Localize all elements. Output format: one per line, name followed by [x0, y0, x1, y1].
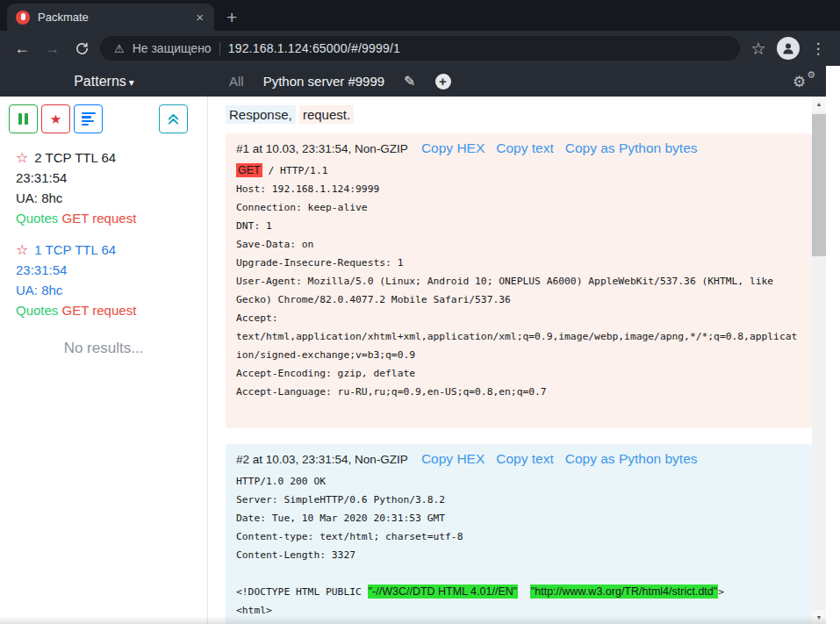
pause-capture-button[interactable]: [9, 104, 38, 133]
copy-python-bytes-link[interactable]: Copy as Python bytes: [565, 451, 698, 467]
pattern-tag-quotes: Quotes: [16, 211, 58, 226]
security-status-label: Не защищено: [133, 41, 212, 55]
packet-list: ☆2 TCP TTL 6423:31:54UA: 8hcQuotes GET r…: [0, 133, 207, 320]
payload-line: Upgrade-Insecure-Requests: 1: [236, 254, 801, 272]
payload-line: Server: SimpleHTTP/0.6 Python/3.8.2: [236, 491, 801, 509]
tab-all[interactable]: All: [229, 74, 244, 89]
scrollbar-down-arrow[interactable]: ▼: [812, 610, 826, 624]
red-highlight: GET: [236, 163, 262, 177]
pattern-tag-quotes: Quotes: [16, 303, 58, 318]
scrollbar-thumb[interactable]: [812, 114, 826, 256]
star-icon: ★: [50, 111, 61, 127]
packet-list-item[interactable]: ☆1 TCP TTL 6423:31:54UA: 8hcQuotes GET r…: [16, 240, 202, 320]
url-text[interactable]: 192.168.1.124:65000/#/9999/1: [228, 41, 400, 55]
patterns-dropdown[interactable]: Patterns▾: [0, 74, 208, 90]
bookmark-star-icon[interactable]: ☆: [747, 37, 770, 60]
reload-icon: [75, 41, 90, 56]
browser-tab-bar: Packmate × +: [0, 0, 840, 31]
payload-line: <!DOCTYPE HTML PUBLIC "-//W3C//DTD HTML …: [236, 583, 801, 601]
browser-toolbar: ← → ⚠ Не защищено 192.168.1.124:65000/#/…: [0, 31, 840, 66]
favorites-filter-button[interactable]: ★: [41, 104, 70, 133]
profile-avatar[interactable]: [777, 37, 800, 60]
packet-legend: Response, request.: [226, 107, 798, 122]
favorite-star-icon[interactable]: ☆: [16, 242, 28, 257]
copy-hex-link[interactable]: Copy HEX: [421, 451, 485, 467]
browser-menu-icon[interactable]: ⋮: [807, 37, 829, 60]
green-highlight: "-//W3C//DTD HTML 4.01//EN": [368, 585, 519, 599]
address-divider: [219, 42, 220, 55]
legend-request-label: request.: [299, 105, 354, 124]
pattern-tag-get-request: GET request: [62, 211, 137, 226]
person-icon: [780, 40, 796, 56]
scrollbar-up-arrow[interactable]: ▲: [812, 97, 826, 111]
packet-item-ua: UA: 8hc: [16, 188, 202, 208]
payload-line: Gecko) Chrome/82.0.4077.2 Mobile Safari/…: [236, 290, 801, 309]
back-button[interactable]: ←: [11, 37, 33, 60]
payload-line: User-Agent: Mozilla/5.0 (Linux; Android …: [236, 272, 801, 290]
forward-button[interactable]: →: [40, 37, 63, 60]
packet-payload: GET / HTTP/1.1Host: 192.168.1.124:9999Co…: [236, 161, 801, 420]
no-results-label: No results...: [0, 340, 207, 357]
packet-sidebar: ★ ☆2 TCP TTL 6423:31:54UA: 8hcQuotes GET…: [0, 97, 208, 624]
caret-down-icon: ▾: [129, 76, 134, 89]
scrollbar-track[interactable]: [812, 111, 826, 610]
payload-line: HTTP/1.0 200 OK: [236, 472, 801, 491]
pattern-tabs: All Python server #9999 ✎ +: [229, 73, 451, 90]
payload-line: Accept-Encoding: gzip, deflate: [236, 364, 801, 383]
payload-line: [236, 401, 801, 420]
packet-card-request: #1 at 10.03, 23:31:54, Non-GZIPCopy HEXC…: [226, 133, 812, 428]
copy-text-link[interactable]: Copy text: [496, 140, 553, 156]
filter-lines-button[interactable]: [74, 104, 103, 133]
copy-hex-link[interactable]: Copy HEX: [421, 140, 485, 156]
packet-id: #2 at 10.03, 23:31:54, Non-GZIP: [236, 453, 408, 466]
packet-item-title: 2 TCP TTL 64: [34, 150, 116, 165]
payload-line: <html>: [236, 601, 801, 620]
payload-line: DNT: 1: [236, 217, 801, 235]
payload-line: text/html,application/xhtml+xml,applicat…: [236, 327, 801, 346]
payload-line: Host: 192.168.1.124:9999: [236, 180, 801, 198]
not-secure-warning-icon[interactable]: ⚠: [114, 42, 125, 55]
legend-response-label: Response,: [226, 105, 296, 124]
payload-line: [236, 564, 801, 583]
reload-button[interactable]: [70, 37, 93, 60]
payload-line: Date: Tue, 10 Mar 2020 20:31:53 GMT: [236, 509, 801, 527]
tab-title: Packmate: [38, 11, 194, 24]
packmate-favicon-icon: [16, 11, 30, 25]
payload-line: Connection: keep-alive: [236, 198, 801, 217]
payload-line: Content-type: text/html; charset=utf-8: [236, 527, 801, 546]
packet-item-time: 23:31:54: [16, 168, 202, 188]
browser-tab[interactable]: Packmate ×: [7, 4, 214, 31]
packet-payload: HTTP/1.0 200 OKServer: SimpleHTTP/0.6 Py…: [236, 472, 801, 620]
tab-python-server[interactable]: Python server #9999: [263, 74, 384, 89]
favorite-star-icon[interactable]: ☆: [16, 150, 28, 165]
app-header: Patterns▾ All Python server #9999 ✎ + ⚙ …: [0, 66, 826, 97]
payload-line: GET / HTTP/1.1: [236, 161, 801, 180]
packet-item-title: 1 TCP TTL 64: [34, 242, 116, 257]
payload-line: Accept:: [236, 309, 801, 327]
align-left-icon: [82, 112, 96, 126]
add-pattern-icon[interactable]: +: [435, 74, 451, 90]
collapse-sidebar-button[interactable]: [159, 104, 188, 133]
address-bar[interactable]: ⚠ Не защищено 192.168.1.124:65000/#/9999…: [100, 36, 740, 61]
edit-pattern-icon[interactable]: ✎: [404, 73, 415, 90]
copy-text-link[interactable]: Copy text: [496, 451, 553, 467]
packet-item-ua: UA: 8hc: [16, 280, 202, 300]
settings-gears-icon[interactable]: ⚙ ⚙: [793, 71, 815, 92]
vertical-scrollbar[interactable]: ▲ ▼: [812, 97, 826, 624]
tab-close-icon[interactable]: ×: [194, 10, 205, 25]
packet-id: #1 at 10.03, 23:31:54, Non-GZIP: [236, 142, 408, 155]
new-tab-button[interactable]: +: [226, 9, 237, 26]
packet-cards: #1 at 10.03, 23:31:54, Non-GZIPCopy HEXC…: [226, 133, 798, 624]
payload-line: ion/signed-exchange;v=b3;q=0.9: [236, 346, 801, 364]
packet-item-time: 23:31:54: [16, 260, 202, 280]
packet-card-response: #2 at 10.03, 23:31:54, Non-GZIPCopy HEXC…: [226, 444, 812, 624]
packet-list-item[interactable]: ☆2 TCP TTL 6423:31:54UA: 8hcQuotes GET r…: [16, 147, 202, 228]
packet-detail-pane: Response, request. #1 at 10.03, 23:31:54…: [208, 97, 812, 624]
copy-python-bytes-link[interactable]: Copy as Python bytes: [565, 140, 698, 156]
pattern-tag-get-request: GET request: [62, 303, 137, 318]
payload-line: Save-Data: on: [236, 235, 801, 254]
payload-line: Content-Length: 3327: [236, 546, 801, 564]
pause-icon: [18, 113, 28, 125]
sidebar-toolbar: ★: [0, 104, 207, 133]
payload-line: Accept-Language: ru-RU,ru;q=0.9,en-US;q=…: [236, 383, 801, 401]
